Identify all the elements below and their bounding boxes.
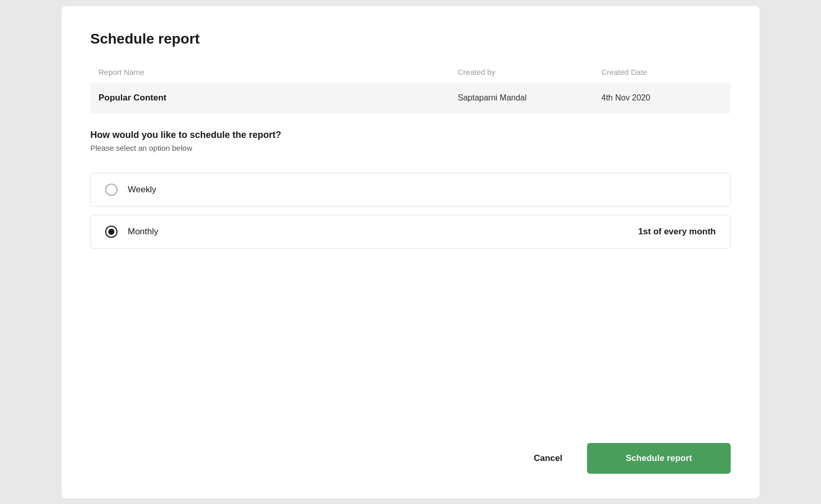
header-created-date: Created Date <box>601 68 722 76</box>
option-monthly-detail: 1st of every month <box>638 227 716 237</box>
modal-title: Schedule report <box>90 31 731 47</box>
option-monthly-label: Monthly <box>128 227 159 237</box>
table-header: Report Name Created by Created Date <box>90 64 731 80</box>
cell-created-date: 4th Nov 2020 <box>601 93 722 103</box>
radio-weekly[interactable] <box>105 184 118 196</box>
cell-report-name: Popular Content <box>99 93 458 103</box>
schedule-question-text: How would you like to schedule the repor… <box>90 130 731 140</box>
schedule-question-section: How would you like to schedule the repor… <box>90 130 731 169</box>
schedule-report-button[interactable]: Schedule report <box>587 443 731 474</box>
radio-monthly[interactable] <box>105 226 118 238</box>
header-created-by: Created by <box>458 68 601 76</box>
table-row: Popular Content Saptaparni Mandal 4th No… <box>90 83 731 113</box>
radio-monthly-inner <box>108 229 114 235</box>
schedule-report-modal: Schedule report Report Name Created by C… <box>62 6 759 498</box>
option-weekly-label: Weekly <box>128 185 156 195</box>
option-weekly[interactable]: Weekly <box>90 173 731 207</box>
option-monthly[interactable]: Monthly 1st of every month <box>90 215 731 249</box>
header-report-name: Report Name <box>99 68 458 76</box>
schedule-subtitle: Please select an option below <box>90 144 731 152</box>
cell-created-by: Saptaparni Mandal <box>458 93 601 103</box>
modal-footer: Cancel Schedule report <box>90 418 731 474</box>
cancel-button[interactable]: Cancel <box>521 445 575 472</box>
